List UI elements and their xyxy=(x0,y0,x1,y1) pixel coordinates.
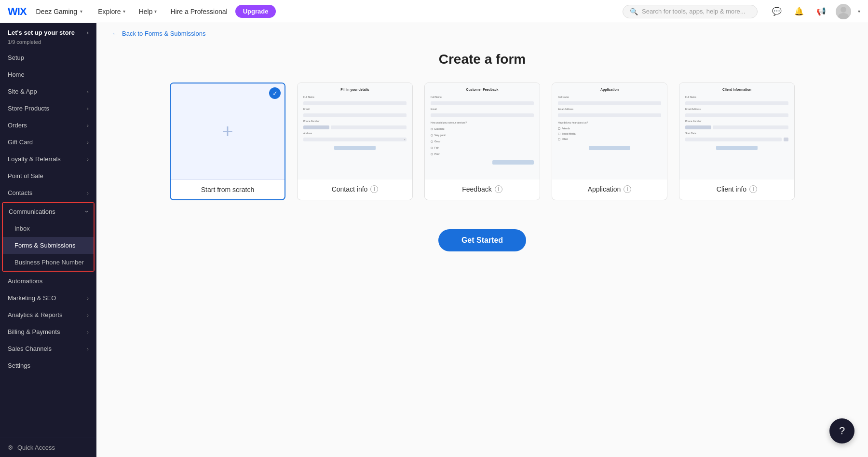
svg-point-1 xyxy=(838,13,849,19)
selected-check-badge: ✓ xyxy=(269,87,281,99)
sidebar-item-automations[interactable]: Automations xyxy=(0,273,96,290)
form-card-contact[interactable]: Fill in your details Full Name Email Pho… xyxy=(297,83,413,200)
sidebar-header: Let's set up your store › 1/9 completed xyxy=(0,23,96,49)
form-card-scratch[interactable]: + ✓ Start from scratch xyxy=(170,83,285,200)
progress-text: 1/9 completed xyxy=(8,39,89,45)
analytics-chevron-icon: › xyxy=(87,312,89,318)
sidebar-item-store-products[interactable]: Store Products › xyxy=(0,100,96,117)
user-avatar[interactable] xyxy=(836,4,851,19)
get-started-button[interactable]: Get Started xyxy=(438,229,526,251)
sales-chevron-icon: › xyxy=(87,346,89,352)
quick-access-icon: ⚙ xyxy=(8,444,14,451)
setup-title-chevron-icon[interactable]: › xyxy=(87,29,89,36)
wix-logo: wix xyxy=(8,5,27,18)
billing-chevron-icon: › xyxy=(87,329,89,335)
topnav-icon-group: 💬 🔔 📢 ▾ xyxy=(769,4,860,19)
orders-chevron-icon: › xyxy=(87,123,89,128)
form-card-application-label: Application i xyxy=(552,180,667,199)
client-info-icon[interactable]: i xyxy=(749,185,757,193)
get-started-area: Get Started xyxy=(96,220,868,271)
sidebar-item-marketing-seo[interactable]: Marketing & SEO › xyxy=(0,290,96,306)
sidebar-item-analytics-reports[interactable]: Analytics & Reports › xyxy=(0,306,96,323)
communications-submenu: Inbox Forms & Submissions Business Phone… xyxy=(3,220,94,271)
sidebar-item-settings[interactable]: Settings xyxy=(0,357,96,374)
form-card-feedback[interactable]: Customer Feedback Full Name Email How wo… xyxy=(424,83,540,200)
sidebar-item-forms-submissions[interactable]: Forms & Submissions xyxy=(3,237,94,254)
sidebar-item-point-of-sale[interactable]: Point of Sale xyxy=(0,167,96,184)
marketing-chevron-icon: › xyxy=(87,295,89,301)
form-card-application-preview: Application Full Name Email Address How … xyxy=(552,83,667,180)
gift-card-chevron-icon: › xyxy=(87,139,89,145)
search-icon: 🔍 xyxy=(630,8,638,15)
help-question-icon: ? xyxy=(839,425,845,437)
form-cards-grid: + ✓ Start from scratch Fill in your deta… xyxy=(96,83,868,220)
sidebar-item-home[interactable]: Home xyxy=(0,66,96,83)
bell-icon-button[interactable]: 🔔 xyxy=(791,4,807,19)
sidebar-item-setup[interactable]: Setup xyxy=(0,49,96,66)
sidebar-item-site-app[interactable]: Site & App › xyxy=(0,83,96,100)
form-card-feedback-label: Feedback i xyxy=(425,180,540,199)
sidebar-item-inbox[interactable]: Inbox xyxy=(3,220,94,237)
loyalty-chevron-icon: › xyxy=(87,156,89,162)
sidebar-item-communications[interactable]: Communications › xyxy=(3,203,94,220)
sidebar-item-business-phone[interactable]: Business Phone Number xyxy=(3,254,94,271)
sidebar-item-billing-payments[interactable]: Billing & Payments › xyxy=(0,323,96,340)
sidebar-item-loyalty-referrals[interactable]: Loyalty & Referrals › xyxy=(0,151,96,167)
explore-chevron-icon: ▾ xyxy=(123,9,125,14)
form-card-client-info[interactable]: Client Information Full Name Email Addre… xyxy=(679,83,795,200)
sidebar-item-gift-card[interactable]: Gift Card › xyxy=(0,134,96,151)
communications-section: Communications › Inbox Forms & Submissio… xyxy=(2,202,95,272)
megaphone-icon-button[interactable]: 📢 xyxy=(814,4,829,19)
help-chevron-icon: ▾ xyxy=(154,9,157,14)
breadcrumb-arrow-icon: ← xyxy=(112,30,118,37)
top-navigation: wix Deez Gaming ▾ Explore ▾ Help ▾ Hire … xyxy=(0,0,868,23)
quick-access-button[interactable]: ⚙ Quick Access xyxy=(0,438,96,457)
form-card-contact-label: Contact info i xyxy=(298,180,412,199)
account-chevron-icon: ▾ xyxy=(858,9,860,14)
nav-hire-professional[interactable]: Hire a Professional xyxy=(164,5,233,18)
form-card-client-label: Client info i xyxy=(679,180,794,199)
form-card-scratch-preview: + ✓ xyxy=(171,83,285,180)
sidebar-item-orders[interactable]: Orders › xyxy=(0,117,96,134)
form-card-contact-preview: Fill in your details Full Name Email Pho… xyxy=(298,83,412,180)
feedback-info-icon[interactable]: i xyxy=(495,185,502,193)
sidebar-item-sales-channels[interactable]: Sales Channels › xyxy=(0,340,96,357)
form-card-client-preview: Client Information Full Name Email Addre… xyxy=(679,83,794,180)
chat-icon-button[interactable]: 💬 xyxy=(769,4,785,19)
svg-point-0 xyxy=(841,7,846,13)
page-title: Create a form xyxy=(96,52,868,67)
nav-help[interactable]: Help ▾ xyxy=(133,5,163,18)
form-card-application[interactable]: Application Full Name Email Address How … xyxy=(552,83,667,200)
breadcrumb-label: Back to Forms & Submissions xyxy=(122,30,205,37)
breadcrumb[interactable]: ← Back to Forms & Submissions xyxy=(96,23,868,42)
brand-name: Deez Gaming xyxy=(36,8,78,15)
form-card-scratch-label: Start from scratch xyxy=(171,180,285,199)
setup-title-text: Let's set up your store xyxy=(8,29,75,36)
sidebar: Let's set up your store › 1/9 completed … xyxy=(0,23,96,457)
store-products-chevron-icon: › xyxy=(87,106,89,111)
nav-explore[interactable]: Explore ▾ xyxy=(92,5,131,18)
communications-chevron-icon: › xyxy=(83,210,90,212)
quick-access-label: Quick Access xyxy=(17,444,55,451)
application-info-icon[interactable]: i xyxy=(624,185,631,193)
top-nav-items: Explore ▾ Help ▾ Hire a Professional Upg… xyxy=(92,5,276,18)
contacts-chevron-icon: › xyxy=(87,190,89,196)
search-bar[interactable]: 🔍 xyxy=(623,5,758,18)
site-app-chevron-icon: › xyxy=(87,89,89,95)
page-title-area: Create a form xyxy=(96,42,868,83)
help-fab-button[interactable]: ? xyxy=(829,418,854,443)
sidebar-item-contacts[interactable]: Contacts › xyxy=(0,184,96,201)
brand-selector[interactable]: Deez Gaming ▾ xyxy=(36,8,83,15)
main-content: ← Back to Forms & Submissions Create a f… xyxy=(96,23,868,457)
upgrade-button[interactable]: Upgrade xyxy=(235,5,276,18)
setup-title-row: Let's set up your store › xyxy=(8,29,89,36)
scratch-plus-icon: + xyxy=(222,121,233,142)
form-card-feedback-preview: Customer Feedback Full Name Email How wo… xyxy=(425,83,540,180)
brand-chevron-icon: ▾ xyxy=(80,9,82,14)
contact-info-icon[interactable]: i xyxy=(370,185,378,193)
search-input[interactable] xyxy=(642,8,750,15)
